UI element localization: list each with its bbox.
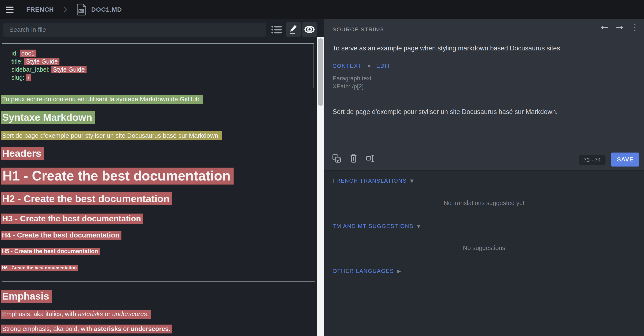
emphasis-heading: Emphasis [1,290,52,303]
tm-mt-suggestions-toggle[interactable]: TM AND MT SUGGESTIONS [332,223,414,229]
frontmatter-block: id: doc1 title: Style Guide sidebar_labe… [2,43,314,88]
menu-icon[interactable] [6,7,14,13]
string-highlight[interactable]: H2 - Create the best documentation [1,192,172,205]
active-string-paragraph: Sert de page d'exemple pour styliser un … [1,131,222,140]
xpath-info: XPath: /p[2] [332,83,364,90]
chevron-down-icon: ▼ [417,224,420,229]
context-toggle[interactable]: CONTEXT [332,63,362,69]
next-string-button[interactable]: → [616,23,623,32]
divider [324,102,644,102]
heading-h3: H3 - Create the best documentation [1,214,143,224]
copy-source-button[interactable] [332,153,342,164]
heading-h1: H1 - Create the best documentation [1,167,234,185]
breadcrumb-project[interactable]: FRENCH [26,6,54,13]
topbar: FRENCH M↓ DOC1.MD [0,0,644,19]
translations-empty-text: No translations suggested yet [324,200,644,207]
string-highlight[interactable]: H4 - Create the best documentation [1,231,122,240]
frontmatter-line: slug: / [12,74,314,82]
syntax-heading: Syntaxe Markdown [1,111,95,124]
string-highlight[interactable]: H3 - Create the best documentation [1,214,143,224]
heading-h5: H5 - Create the best documentation [1,248,100,255]
save-button[interactable]: SAVE [611,152,639,166]
heading-h2: H2 - Create the best documentation [1,192,172,205]
string-highlight[interactable]: H6 - Create the best documentation [1,265,78,271]
more-menu-icon[interactable]: ⋮ [631,23,639,31]
edit-context-button[interactable]: EDIT [376,63,390,69]
string-highlight[interactable]: Emphasis [1,290,52,303]
emphasis-paragraph: Emphasis, aka italics, with asterisks or… [1,310,151,319]
translation-input[interactable]: Sert de page d'exemple pour styliser un … [332,108,635,146]
scrollbar-thumb[interactable] [318,38,323,106]
french-translations-toggle[interactable]: FRENCH TRANSLATIONS [332,178,407,184]
heading-h4: H4 - Create the best documentation [1,231,122,240]
chevron-right-icon [64,7,68,13]
intro-paragraph: Tu peux écrire du contenu en utilisant l… [1,95,203,104]
string-highlight[interactable]: / [26,74,31,81]
chevron-right-icon: ▶ [397,269,401,274]
string-highlight[interactable]: doc1 [20,50,36,57]
strong-paragraph: Strong emphasis, aka bold, with asterisk… [1,324,172,333]
frontmatter-line: id: doc1 [12,49,314,57]
string-highlight[interactable]: Style Guide [52,66,86,73]
string-highlight[interactable]: Strong emphasis, aka bold, with asterisk… [1,324,172,333]
text-select-icon [366,153,375,163]
horizontal-rule [2,281,315,282]
document-scrollbar[interactable] [317,37,324,336]
previous-string-button[interactable]: ← [601,23,608,32]
string-highlight[interactable]: Syntaxe Markdown [1,111,95,124]
suggestions-empty-text: No suggestions [324,244,644,251]
copy-icon [332,153,342,163]
string-highlight[interactable]: H1 - Create the best documentation [1,167,234,185]
string-highlight[interactable]: Style Guide [24,58,60,65]
headers-heading: Headers [1,147,44,160]
link-text: la syntaxe Markdown de GitHub. [110,96,202,103]
source-string-title: SOURCE STRING [332,26,384,33]
string-highlight[interactable]: H5 - Create the best documentation [1,248,100,255]
markdown-file-icon: M↓ [76,4,86,16]
source-string-card: SOURCE STRING ← → ⋮ To serve as an examp… [324,19,644,171]
string-highlight[interactable]: Emphasis, aka italics, with asterisks or… [1,310,151,319]
svg-text:M↓: M↓ [79,10,84,13]
chevron-down-icon: ▼ [367,64,371,69]
string-highlight[interactable]: Tu peux écrire du contenu en utilisant l… [1,95,203,104]
translation-panel: SOURCE STRING ← → ⋮ To serve as an examp… [324,19,644,336]
context-type: Paragraph text [332,75,372,82]
delete-translation-button[interactable] [349,153,358,164]
frontmatter-line: title: Style Guide [12,57,314,65]
frontmatter-line: sidebar_label: Style Guide [12,65,314,74]
other-languages-toggle[interactable]: OTHER LANGUAGES [332,268,394,274]
active-string-highlight[interactable]: Sert de page d'exemple pour styliser un … [1,131,222,140]
breadcrumb-file: DOC1.MD [91,6,122,13]
string-highlight[interactable]: Headers [1,147,44,160]
source-text: To serve as an example page when styling… [332,45,562,52]
select-text-button[interactable] [366,153,375,164]
document-preview: id: doc1 title: Style Guide sidebar_labe… [0,0,317,336]
heading-h6: H6 - Create the best documentation [1,265,78,271]
character-counter: 73 · 74 [579,155,606,165]
chevron-down-icon: ▼ [410,178,414,184]
trash-icon [349,153,358,163]
